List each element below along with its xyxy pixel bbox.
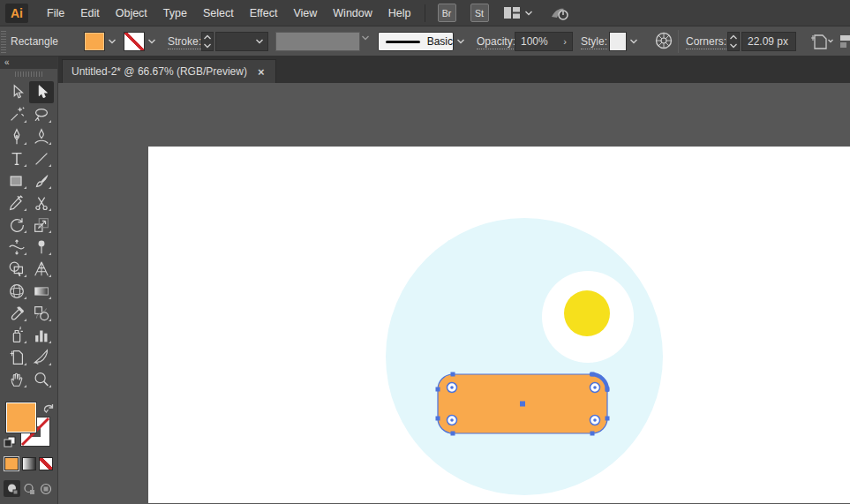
gradient-mode-button[interactable] (22, 457, 36, 470)
swap-fill-stroke-icon[interactable] (42, 402, 55, 414)
anchor-point[interactable] (606, 417, 610, 421)
sky-circle[interactable] (386, 218, 663, 495)
anchor-point[interactable] (451, 372, 455, 377)
center-point[interactable] (520, 402, 525, 407)
scissors-tool[interactable] (29, 192, 54, 214)
style-label[interactable]: Style: (581, 35, 607, 49)
tab-close-icon[interactable]: × (256, 65, 267, 79)
menu-item-effect[interactable]: Effect (242, 2, 286, 25)
menu-item-view[interactable]: View (285, 2, 325, 25)
gradient-tool[interactable] (29, 280, 54, 302)
perspective-grid-icon (32, 260, 51, 279)
zoom-tool[interactable] (29, 368, 54, 390)
brush-definition-preview[interactable]: Basic (378, 32, 454, 51)
artboard-tool[interactable] (4, 346, 29, 368)
menu-item-help[interactable]: Help (380, 2, 419, 25)
menu-item-window[interactable]: Window (325, 2, 380, 25)
stock-button[interactable]: St (470, 4, 489, 22)
fill-color-swatch[interactable] (84, 32, 105, 51)
corners-label[interactable]: Corners: (686, 35, 726, 49)
scale-tool[interactable] (29, 214, 54, 236)
eyedropper-tool[interactable] (4, 302, 29, 324)
anchor-point[interactable] (590, 432, 595, 436)
scale-icon (32, 215, 51, 235)
workspace: « (0, 56, 850, 504)
controlbar-grip[interactable] (1, 30, 6, 53)
selection-type-label: Rectangle (11, 35, 58, 48)
opacity-submenu-arrow-icon[interactable]: › (563, 36, 567, 47)
direct-selection-icon (7, 83, 26, 102)
panel-dock-icon[interactable] (839, 31, 850, 52)
gpu-performance-icon[interactable] (549, 4, 570, 22)
puppet-warp-tool[interactable] (29, 236, 54, 258)
document-setup-icon[interactable] (808, 31, 834, 52)
chevron-down-icon (255, 38, 264, 45)
stroke-weight-stepper[interactable] (201, 32, 214, 51)
style-dropdown-button[interactable] (627, 32, 641, 51)
corners-field[interactable]: 22.09 px (741, 32, 796, 51)
anchor-point[interactable] (590, 372, 595, 377)
stroke-weight-label[interactable]: Stroke: (168, 35, 201, 49)
stroke-dropdown-button[interactable] (145, 32, 159, 51)
hand-tool[interactable] (4, 368, 29, 390)
corners-stepper[interactable] (727, 32, 740, 51)
opacity-label[interactable]: Opacity: (477, 35, 515, 49)
slice-tool[interactable] (29, 346, 54, 368)
anchor-point[interactable] (436, 417, 440, 421)
document-tab[interactable]: Untitled-2* @ 66.67% (RGB/Preview) × (62, 59, 276, 83)
stroke-color-swatch[interactable] (124, 32, 145, 51)
stroke-weight-dropdown[interactable] (215, 32, 268, 51)
fill-well[interactable] (6, 402, 36, 433)
paintbrush-tool[interactable] (29, 169, 54, 192)
magic-wand-icon (7, 105, 26, 124)
none-mode-button[interactable] (39, 457, 53, 470)
column-graph-tool[interactable] (29, 324, 54, 346)
pen-tool[interactable] (4, 125, 29, 147)
draw-inside-button[interactable] (37, 480, 54, 497)
draw-normal-button[interactable] (4, 480, 20, 497)
lasso-tool[interactable] (29, 103, 54, 125)
perspective-grid-tool[interactable] (29, 258, 54, 280)
draw-behind-button[interactable] (20, 480, 37, 497)
shaper-tool[interactable] (4, 192, 29, 214)
workspace-switcher[interactable] (503, 6, 533, 19)
direct-selection-tool[interactable] (4, 81, 29, 103)
brush-dropdown-button[interactable] (454, 32, 468, 51)
tools-panel-grip[interactable] (0, 69, 57, 79)
anchor-point[interactable] (606, 387, 610, 392)
curvature-tool[interactable] (29, 125, 54, 147)
sun-circle[interactable] (564, 290, 610, 336)
menu-item-edit[interactable]: Edit (72, 2, 108, 25)
shape-builder-tool[interactable] (4, 258, 29, 280)
menu-item-type[interactable]: Type (155, 2, 195, 25)
fill-dropdown-button[interactable] (105, 32, 119, 51)
variable-width-profile-dropdown (275, 32, 360, 51)
blend-tool[interactable] (29, 302, 54, 324)
menu-item-select[interactable]: Select (195, 2, 242, 25)
menu-item-file[interactable]: File (39, 2, 72, 25)
tools-panel-collapse[interactable]: « (0, 56, 57, 69)
mesh-tool[interactable] (4, 280, 29, 302)
type-tool[interactable] (4, 147, 29, 169)
illustrator-logo-icon[interactable]: Ai (5, 4, 28, 23)
anchor-point[interactable] (436, 387, 440, 392)
bridge-button[interactable]: Br (438, 4, 456, 22)
document-tab-title: Untitled-2* @ 66.67% (RGB/Preview) (71, 65, 247, 78)
brush-name: Basic (427, 35, 453, 48)
anchor-point[interactable] (451, 432, 455, 436)
opacity-field[interactable]: 100% › (515, 32, 573, 51)
rectangle-tool[interactable] (4, 169, 29, 192)
magic-wand-tool[interactable] (4, 103, 29, 125)
default-fill-stroke-icon[interactable] (4, 436, 16, 448)
menu-item-object[interactable]: Object (108, 2, 155, 25)
symbol-sprayer-tool[interactable] (4, 324, 29, 346)
chevron-down-icon (524, 10, 533, 17)
selection-tool[interactable] (29, 81, 54, 103)
canvas[interactable] (58, 83, 850, 504)
width-tool[interactable] (4, 236, 29, 258)
style-swatch[interactable] (609, 32, 627, 51)
line-segment-tool[interactable] (29, 147, 54, 169)
rotate-tool[interactable] (4, 214, 29, 236)
color-mode-button[interactable] (4, 457, 19, 470)
recolor-artwork-icon[interactable] (654, 31, 673, 50)
